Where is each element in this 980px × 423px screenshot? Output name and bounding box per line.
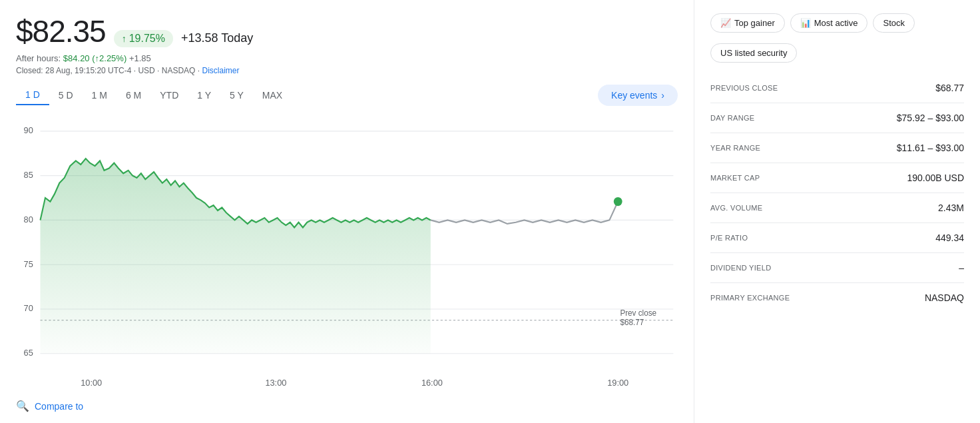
svg-text:85: 85	[24, 170, 33, 180]
after-hours-label: After hours:	[16, 53, 61, 63]
trending-up-icon: 📈	[720, 18, 731, 28]
stats-value: –	[848, 253, 964, 283]
stats-row: PREVIOUS CLOSE$68.77	[710, 73, 964, 103]
svg-text:16:00: 16:00	[421, 377, 443, 387]
stats-key: DAY RANGE	[710, 103, 848, 133]
filter-chips-us: US listed security	[710, 43, 964, 63]
svg-text:65: 65	[24, 348, 33, 358]
tab-1m[interactable]: 1 M	[83, 86, 117, 105]
svg-text:90: 90	[24, 125, 33, 135]
svg-text:80: 80	[24, 214, 33, 224]
chip-top-gainer[interactable]: 📈 Top gainer	[710, 13, 785, 33]
stats-key: MARKET CAP	[710, 163, 848, 193]
svg-text:75: 75	[24, 258, 33, 268]
meta-info: Closed: 28 Aug, 19:15:20 UTC-4 · USD · N…	[16, 66, 678, 75]
chip-stock[interactable]: Stock	[873, 13, 915, 33]
arrow-up-icon: ↑	[122, 33, 126, 44]
after-hours-change: +1.85	[129, 53, 151, 63]
tab-1d[interactable]: 1 D	[16, 85, 49, 105]
meta-text: Closed: 28 Aug, 19:15:20 UTC-4 · USD · N…	[16, 66, 202, 75]
stats-value: NASDAQ	[848, 283, 964, 313]
svg-text:$68.77: $68.77	[620, 318, 644, 327]
svg-text:13:00: 13:00	[265, 377, 286, 387]
tab-6m[interactable]: 6 M	[117, 86, 150, 105]
filter-chips: 📈 Top gainer 📊 Most active Stock	[710, 13, 964, 33]
stats-row: DIVIDEND YIELD–	[710, 253, 964, 283]
after-hours: After hours: $84.20 (↑2.25%) +1.85	[16, 53, 678, 63]
compare-section: 🔍 Compare to	[16, 394, 678, 412]
price-badge: ↑ 19.75%	[114, 30, 173, 47]
chip-most-active-label: Most active	[814, 18, 858, 28]
disclaimer-link[interactable]: Disclaimer	[202, 66, 239, 75]
chip-us-listed[interactable]: US listed security	[710, 43, 797, 63]
tab-ytd[interactable]: YTD	[150, 86, 188, 105]
stats-key: AVG. VOLUME	[710, 193, 848, 223]
after-hours-price: $84.20	[63, 53, 90, 63]
stats-key: DIVIDEND YIELD	[710, 253, 848, 283]
price-pct: 19.75%	[129, 33, 165, 45]
chevron-right-icon: ›	[661, 90, 664, 101]
stats-row: DAY RANGE$75.92 – $93.00	[710, 103, 964, 133]
stats-key: PRIMARY EXCHANGE	[710, 283, 848, 313]
right-panel: 📈 Top gainer 📊 Most active Stock US list…	[694, 0, 980, 423]
bar-chart-icon: 📊	[800, 18, 811, 28]
stats-key: YEAR RANGE	[710, 133, 848, 163]
stats-value: 190.00B USD	[848, 163, 964, 193]
svg-text:70: 70	[24, 303, 33, 313]
chip-stock-label: Stock	[883, 18, 905, 28]
stats-value: 2.43M	[848, 193, 964, 223]
stats-row: YEAR RANGE$11.61 – $93.00	[710, 133, 964, 163]
tab-max[interactable]: MAX	[253, 86, 292, 105]
price-change: +13.58 Today	[181, 31, 253, 45]
stats-value: $75.92 – $93.00	[848, 103, 964, 133]
time-tabs: 1 D 5 D 1 M 6 M YTD 1 Y 5 Y MAX Key even…	[16, 85, 678, 106]
svg-text:19:00: 19:00	[607, 377, 628, 387]
stats-row: AVG. VOLUME2.43M	[710, 193, 964, 223]
compare-link[interactable]: Compare to	[35, 401, 83, 412]
stats-key: P/E RATIO	[710, 223, 848, 253]
key-events-label: Key events	[611, 90, 657, 101]
svg-text:Prev close: Prev close	[620, 308, 656, 318]
stats-value: 449.34	[848, 223, 964, 253]
stats-row: P/E RATIO449.34	[710, 223, 964, 253]
stats-row: MARKET CAP190.00B USD	[710, 163, 964, 193]
tab-1y[interactable]: 1 Y	[188, 86, 220, 105]
stats-value: $11.61 – $93.00	[848, 133, 964, 163]
tab-5d[interactable]: 5 D	[49, 86, 83, 105]
chart-area: 90 85 80 75 70 65 Prev close $68.77	[13, 113, 680, 394]
chip-most-active[interactable]: 📊 Most active	[790, 13, 868, 33]
stock-chart: 90 85 80 75 70 65 Prev close $68.77	[13, 113, 680, 394]
stats-key: PREVIOUS CLOSE	[710, 73, 848, 103]
price-section: $82.35 ↑ 19.75% +13.58 Today	[16, 13, 678, 49]
after-hours-pct: (↑2.25%)	[92, 53, 126, 63]
stats-value: $68.77	[848, 73, 964, 103]
svg-text:10:00: 10:00	[81, 377, 102, 387]
price-main: $82.35	[16, 13, 106, 49]
chip-top-gainer-label: Top gainer	[734, 18, 775, 28]
search-icon: 🔍	[16, 400, 29, 412]
tab-5y[interactable]: 5 Y	[220, 86, 253, 105]
stats-row: PRIMARY EXCHANGENASDAQ	[710, 283, 964, 313]
main-panel: $82.35 ↑ 19.75% +13.58 Today After hours…	[0, 0, 694, 423]
key-events-button[interactable]: Key events ›	[598, 85, 678, 106]
stats-table: PREVIOUS CLOSE$68.77DAY RANGE$75.92 – $9…	[710, 73, 964, 312]
svg-point-15	[614, 197, 622, 206]
chip-us-listed-label: US listed security	[720, 48, 787, 58]
